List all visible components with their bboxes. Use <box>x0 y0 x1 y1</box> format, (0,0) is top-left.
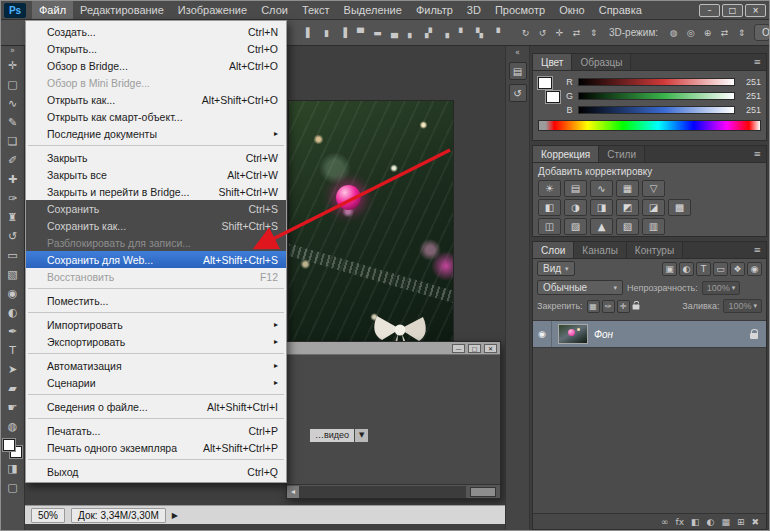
menubar-item-image[interactable]: Изображение <box>171 1 254 19</box>
3d-rotate-icon[interactable]: ↻ <box>518 25 533 40</box>
layer-filter-kind-select[interactable]: Вид ▾ <box>537 261 575 276</box>
file-menu-item-print[interactable]: Печатать...Ctrl+P <box>26 422 286 439</box>
channel-slider-b[interactable] <box>578 106 735 114</box>
file-menu-item-close[interactable]: ЗакрытьCtrl+W <box>26 149 286 166</box>
file-menu-item-save[interactable]: СохранитьCtrl+S <box>26 200 286 217</box>
dock-expand-icon[interactable]: « <box>515 48 520 58</box>
menubar-item-filter[interactable]: Фильтр <box>409 1 460 19</box>
selective-color-icon[interactable]: ▥ <box>642 218 665 235</box>
threshold-icon[interactable]: ▲ <box>590 218 613 235</box>
menubar-item-file[interactable]: Файл <box>32 1 73 19</box>
panel-menu-icon[interactable]: ≡ <box>748 242 766 258</box>
collapsed-properties-panel-icon[interactable]: ↺ <box>509 84 527 102</box>
layer-thumbnail[interactable] <box>558 324 588 344</box>
vibrance-icon[interactable]: ▽ <box>642 180 665 197</box>
photo-filter-icon[interactable]: ◩ <box>616 199 639 216</box>
menubar-item-edit[interactable]: Редактирование <box>73 1 171 19</box>
file-menu-item-close-and-go-to-bridge[interactable]: Закрыть и перейти в Bridge...Shift+Ctrl+… <box>26 183 286 200</box>
blur-tool[interactable]: ◉ <box>2 284 24 303</box>
brightness-contrast-icon[interactable]: ☀ <box>538 180 561 197</box>
file-menu-item-file-info[interactable]: Сведения о файле...Alt+Shift+Ctrl+I <box>26 398 286 415</box>
panel-background-swatch[interactable] <box>546 91 560 103</box>
link-layers-icon[interactable]: ∞ <box>661 515 669 529</box>
status-arrow-icon[interactable]: ▶ <box>172 511 178 520</box>
history-brush-tool[interactable]: ↺ <box>2 227 24 246</box>
3d-scale-icon[interactable]: ⇕ <box>586 25 601 40</box>
window-close-button[interactable]: × <box>745 4 766 17</box>
panel-menu-icon[interactable]: ≡ <box>748 54 766 70</box>
3d-mode-spin-icon[interactable]: ◎ <box>683 25 698 40</box>
layers-tab-channels[interactable]: Каналы <box>574 242 627 258</box>
dodge-tool[interactable]: ◐ <box>2 303 24 322</box>
timeline-zoom-slider[interactable] <box>470 487 496 497</box>
delete-layer-icon[interactable]: ✖ <box>751 515 759 529</box>
align-center-v-icon[interactable]: ▬ <box>370 25 385 40</box>
adjustments-tab-adjustments[interactable]: Коррекция <box>533 146 599 162</box>
3d-slide-icon[interactable]: ⇄ <box>569 25 584 40</box>
filter-smart-objects-icon[interactable]: ❖ <box>730 262 745 276</box>
menubar-item-layers[interactable]: Слои <box>254 1 295 19</box>
eraser-tool[interactable]: ▭ <box>2 246 24 265</box>
levels-icon[interactable]: ▤ <box>564 180 587 197</box>
invert-icon[interactable]: ◫ <box>538 218 561 235</box>
black-white-icon[interactable]: ◨ <box>590 199 613 216</box>
filtering-toggle-icon[interactable]: ◉ <box>747 262 762 276</box>
distribute-bottom-icon[interactable]: ▝ <box>489 25 504 40</box>
file-menu-item-save-as[interactable]: Сохранить как...Shift+Ctrl+S <box>26 217 286 234</box>
layer-group-icon[interactable]: ▦ <box>721 515 730 529</box>
shape-tool[interactable]: ▰ <box>2 379 24 398</box>
timeline-create-button[interactable]: …видео <box>309 428 355 443</box>
file-menu-item-print-one-copy[interactable]: Печать одного экземпляраAlt+Shift+Ctrl+P <box>26 439 286 456</box>
file-menu-item-automate[interactable]: Автоматизация▸ <box>26 357 286 374</box>
quick-mask-icon[interactable]: ◨ <box>2 459 24 478</box>
document-image[interactable] <box>289 101 453 341</box>
layer-mask-icon[interactable]: ◧ <box>691 515 700 529</box>
color-tab-swatches[interactable]: Образцы <box>572 54 631 70</box>
opacity-field[interactable]: 100% ▾ <box>702 281 741 295</box>
healing-brush-tool[interactable]: ✚ <box>2 170 24 189</box>
crop-tool[interactable]: ❏ <box>2 132 24 151</box>
filter-type-layers-icon[interactable]: T <box>696 262 711 276</box>
file-menu-item-place[interactable]: Поместить... <box>26 292 286 309</box>
layer-name[interactable]: Фон <box>594 329 750 340</box>
file-menu-item-save-for-web[interactable]: Сохранить для Web...Alt+Shift+Ctrl+S <box>26 251 286 268</box>
file-menu-item-close-all[interactable]: Закрыть всеAlt+Ctrl+W <box>26 166 286 183</box>
lock-position-icon[interactable]: ✛ <box>617 300 630 313</box>
color-balance-icon[interactable]: ◑ <box>564 199 587 216</box>
distribute-right-icon[interactable]: ▗ <box>438 25 453 40</box>
menubar-item-view[interactable]: Просмотр <box>488 1 552 19</box>
file-menu-item-exit[interactable]: ВыходCtrl+Q <box>26 463 286 480</box>
lasso-tool[interactable]: ∿ <box>2 94 24 113</box>
blend-mode-select[interactable]: Обычные ▾ <box>537 280 623 295</box>
align-bottom-icon[interactable]: ▄ <box>387 25 402 40</box>
channel-mixer-icon[interactable]: ◪ <box>642 199 665 216</box>
gradient-map-icon[interactable]: ▧ <box>616 218 639 235</box>
filter-shape-layers-icon[interactable]: ▭ <box>713 262 728 276</box>
layers-tab-layers[interactable]: Слои <box>533 242 574 258</box>
zoom-tool[interactable]: ◍ <box>2 417 24 436</box>
screen-mode-icon[interactable]: ▢ <box>2 478 24 497</box>
channel-slider-r[interactable] <box>578 78 735 86</box>
marquee-tool[interactable]: ▢ <box>2 75 24 94</box>
file-menu-item-browse-in-bridge[interactable]: Обзор в Bridge...Alt+Ctrl+O <box>26 57 286 74</box>
file-menu-item-scripts[interactable]: Сценарии▸ <box>26 374 286 391</box>
3d-mode-orbit-icon[interactable]: ◍ <box>666 25 681 40</box>
channel-slider-g[interactable] <box>578 92 735 100</box>
file-menu-item-export[interactable]: Экспортировать▸ <box>26 333 286 350</box>
align-top-icon[interactable]: ▀ <box>353 25 368 40</box>
window-minimize-button[interactable]: – <box>699 4 720 17</box>
3d-roll-icon[interactable]: ↺ <box>535 25 550 40</box>
menubar-item-3d[interactable]: 3D <box>460 1 488 19</box>
lock-transparency-icon[interactable]: ▦ <box>587 300 600 313</box>
chevron-down-icon[interactable]: ▼ <box>355 428 369 443</box>
menubar-item-window[interactable]: Окно <box>552 1 592 19</box>
distribute-top-icon[interactable]: ▘ <box>455 25 470 40</box>
lock-all-icon[interactable] <box>632 304 639 309</box>
3d-mode-slide-icon[interactable]: ⇄ <box>717 25 732 40</box>
gradient-tool[interactable]: ▧ <box>2 265 24 284</box>
file-menu-item-browse-in-mini-bridge[interactable]: Обзор в Mini Bridge... <box>26 74 286 91</box>
panel-minimize-button[interactable]: — <box>452 344 465 353</box>
layer-row-background[interactable]: ◉ Фон <box>533 321 766 348</box>
posterize-icon[interactable]: ▨ <box>564 218 587 235</box>
menubar-item-select[interactable]: Выделение <box>337 1 409 19</box>
